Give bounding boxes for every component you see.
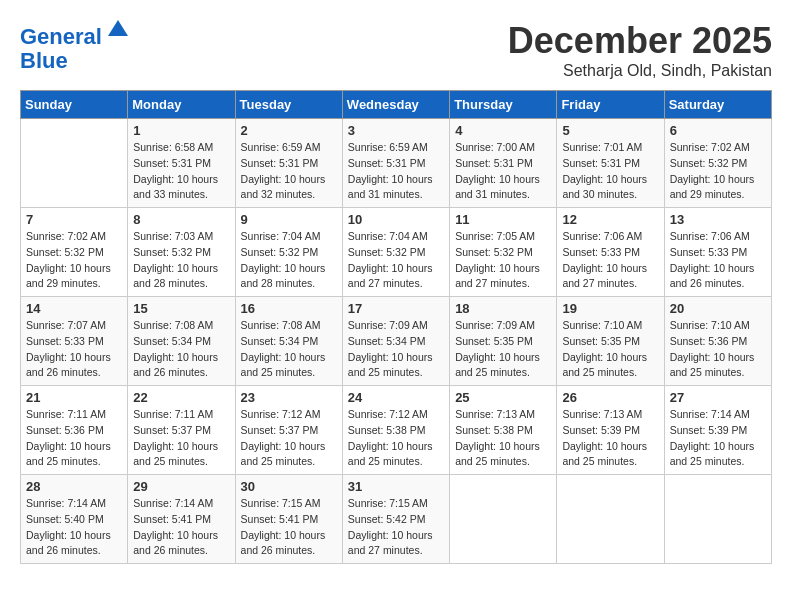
calendar-cell: 28 Sunrise: 7:14 AMSunset: 5:40 PMDaylig… [21, 475, 128, 564]
day-info: Sunrise: 7:08 AMSunset: 5:34 PMDaylight:… [133, 318, 229, 381]
calendar-cell [450, 475, 557, 564]
calendar-cell: 15 Sunrise: 7:08 AMSunset: 5:34 PMDaylig… [128, 297, 235, 386]
day-number: 27 [670, 390, 766, 405]
calendar-table: SundayMondayTuesdayWednesdayThursdayFrid… [20, 90, 772, 564]
day-number: 7 [26, 212, 122, 227]
day-info: Sunrise: 6:59 AMSunset: 5:31 PMDaylight:… [241, 140, 337, 203]
day-number: 22 [133, 390, 229, 405]
calendar-week-row: 14 Sunrise: 7:07 AMSunset: 5:33 PMDaylig… [21, 297, 772, 386]
day-info: Sunrise: 7:04 AMSunset: 5:32 PMDaylight:… [241, 229, 337, 292]
calendar-cell: 25 Sunrise: 7:13 AMSunset: 5:38 PMDaylig… [450, 386, 557, 475]
day-info: Sunrise: 7:07 AMSunset: 5:33 PMDaylight:… [26, 318, 122, 381]
calendar-cell: 11 Sunrise: 7:05 AMSunset: 5:32 PMDaylig… [450, 208, 557, 297]
day-info: Sunrise: 7:05 AMSunset: 5:32 PMDaylight:… [455, 229, 551, 292]
day-number: 25 [455, 390, 551, 405]
day-number: 29 [133, 479, 229, 494]
day-info: Sunrise: 7:06 AMSunset: 5:33 PMDaylight:… [670, 229, 766, 292]
calendar-cell: 27 Sunrise: 7:14 AMSunset: 5:39 PMDaylig… [664, 386, 771, 475]
day-info: Sunrise: 7:12 AMSunset: 5:38 PMDaylight:… [348, 407, 444, 470]
day-number: 17 [348, 301, 444, 316]
svg-marker-0 [108, 20, 128, 36]
day-info: Sunrise: 7:02 AMSunset: 5:32 PMDaylight:… [670, 140, 766, 203]
weekday-header: Saturday [664, 91, 771, 119]
calendar-cell [557, 475, 664, 564]
title-block: December 2025 Setharja Old, Sindh, Pakis… [508, 20, 772, 80]
day-info: Sunrise: 7:12 AMSunset: 5:37 PMDaylight:… [241, 407, 337, 470]
day-number: 2 [241, 123, 337, 138]
weekday-header: Friday [557, 91, 664, 119]
weekday-header: Monday [128, 91, 235, 119]
day-number: 9 [241, 212, 337, 227]
day-info: Sunrise: 7:02 AMSunset: 5:32 PMDaylight:… [26, 229, 122, 292]
calendar-cell: 23 Sunrise: 7:12 AMSunset: 5:37 PMDaylig… [235, 386, 342, 475]
calendar-cell: 30 Sunrise: 7:15 AMSunset: 5:41 PMDaylig… [235, 475, 342, 564]
calendar-cell: 14 Sunrise: 7:07 AMSunset: 5:33 PMDaylig… [21, 297, 128, 386]
day-number: 26 [562, 390, 658, 405]
day-number: 11 [455, 212, 551, 227]
day-info: Sunrise: 7:11 AMSunset: 5:37 PMDaylight:… [133, 407, 229, 470]
day-number: 16 [241, 301, 337, 316]
day-number: 20 [670, 301, 766, 316]
logo-icon [104, 16, 132, 44]
calendar-cell: 13 Sunrise: 7:06 AMSunset: 5:33 PMDaylig… [664, 208, 771, 297]
calendar-cell: 7 Sunrise: 7:02 AMSunset: 5:32 PMDayligh… [21, 208, 128, 297]
day-number: 28 [26, 479, 122, 494]
location-title: Setharja Old, Sindh, Pakistan [508, 62, 772, 80]
day-info: Sunrise: 7:13 AMSunset: 5:39 PMDaylight:… [562, 407, 658, 470]
calendar-cell: 17 Sunrise: 7:09 AMSunset: 5:34 PMDaylig… [342, 297, 449, 386]
day-number: 6 [670, 123, 766, 138]
day-info: Sunrise: 7:15 AMSunset: 5:42 PMDaylight:… [348, 496, 444, 559]
day-number: 24 [348, 390, 444, 405]
day-number: 14 [26, 301, 122, 316]
calendar-cell: 10 Sunrise: 7:04 AMSunset: 5:32 PMDaylig… [342, 208, 449, 297]
calendar-cell: 18 Sunrise: 7:09 AMSunset: 5:35 PMDaylig… [450, 297, 557, 386]
weekday-header: Thursday [450, 91, 557, 119]
day-info: Sunrise: 7:11 AMSunset: 5:36 PMDaylight:… [26, 407, 122, 470]
day-info: Sunrise: 7:13 AMSunset: 5:38 PMDaylight:… [455, 407, 551, 470]
calendar-cell: 22 Sunrise: 7:11 AMSunset: 5:37 PMDaylig… [128, 386, 235, 475]
day-info: Sunrise: 6:58 AMSunset: 5:31 PMDaylight:… [133, 140, 229, 203]
logo-text: General Blue [20, 20, 132, 73]
calendar-cell: 9 Sunrise: 7:04 AMSunset: 5:32 PMDayligh… [235, 208, 342, 297]
calendar-cell: 2 Sunrise: 6:59 AMSunset: 5:31 PMDayligh… [235, 119, 342, 208]
calendar-cell: 6 Sunrise: 7:02 AMSunset: 5:32 PMDayligh… [664, 119, 771, 208]
calendar-cell: 29 Sunrise: 7:14 AMSunset: 5:41 PMDaylig… [128, 475, 235, 564]
calendar-cell: 3 Sunrise: 6:59 AMSunset: 5:31 PMDayligh… [342, 119, 449, 208]
day-number: 19 [562, 301, 658, 316]
calendar-cell: 31 Sunrise: 7:15 AMSunset: 5:42 PMDaylig… [342, 475, 449, 564]
calendar-cell: 16 Sunrise: 7:08 AMSunset: 5:34 PMDaylig… [235, 297, 342, 386]
day-info: Sunrise: 7:14 AMSunset: 5:39 PMDaylight:… [670, 407, 766, 470]
calendar-cell: 20 Sunrise: 7:10 AMSunset: 5:36 PMDaylig… [664, 297, 771, 386]
day-number: 10 [348, 212, 444, 227]
calendar-cell: 4 Sunrise: 7:00 AMSunset: 5:31 PMDayligh… [450, 119, 557, 208]
weekday-header: Sunday [21, 91, 128, 119]
calendar-cell [664, 475, 771, 564]
calendar-cell: 26 Sunrise: 7:13 AMSunset: 5:39 PMDaylig… [557, 386, 664, 475]
calendar-week-row: 21 Sunrise: 7:11 AMSunset: 5:36 PMDaylig… [21, 386, 772, 475]
calendar-cell: 19 Sunrise: 7:10 AMSunset: 5:35 PMDaylig… [557, 297, 664, 386]
day-info: Sunrise: 7:14 AMSunset: 5:41 PMDaylight:… [133, 496, 229, 559]
logo: General Blue [20, 20, 132, 73]
day-number: 31 [348, 479, 444, 494]
day-info: Sunrise: 7:01 AMSunset: 5:31 PMDaylight:… [562, 140, 658, 203]
calendar-cell: 8 Sunrise: 7:03 AMSunset: 5:32 PMDayligh… [128, 208, 235, 297]
weekday-header: Wednesday [342, 91, 449, 119]
day-info: Sunrise: 7:14 AMSunset: 5:40 PMDaylight:… [26, 496, 122, 559]
day-info: Sunrise: 7:10 AMSunset: 5:35 PMDaylight:… [562, 318, 658, 381]
calendar-week-row: 7 Sunrise: 7:02 AMSunset: 5:32 PMDayligh… [21, 208, 772, 297]
day-number: 4 [455, 123, 551, 138]
day-info: Sunrise: 7:03 AMSunset: 5:32 PMDaylight:… [133, 229, 229, 292]
day-info: Sunrise: 7:06 AMSunset: 5:33 PMDaylight:… [562, 229, 658, 292]
logo-general: General [20, 24, 102, 49]
calendar-cell: 21 Sunrise: 7:11 AMSunset: 5:36 PMDaylig… [21, 386, 128, 475]
month-title: December 2025 [508, 20, 772, 62]
day-number: 1 [133, 123, 229, 138]
day-number: 8 [133, 212, 229, 227]
header-row: SundayMondayTuesdayWednesdayThursdayFrid… [21, 91, 772, 119]
day-info: Sunrise: 7:08 AMSunset: 5:34 PMDaylight:… [241, 318, 337, 381]
day-number: 13 [670, 212, 766, 227]
calendar-body: 1 Sunrise: 6:58 AMSunset: 5:31 PMDayligh… [21, 119, 772, 564]
day-number: 30 [241, 479, 337, 494]
day-info: Sunrise: 7:04 AMSunset: 5:32 PMDaylight:… [348, 229, 444, 292]
logo-blue: Blue [20, 48, 68, 73]
